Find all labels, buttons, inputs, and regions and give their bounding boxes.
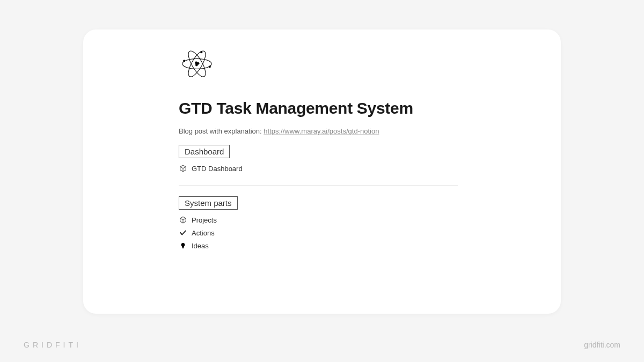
bulb-icon xyxy=(179,241,187,250)
page-link-label: Projects xyxy=(192,216,217,224)
page-content: GTD Task Management System Blog post wit… xyxy=(179,46,458,254)
blog-explanation: Blog post with explanation: https://www.… xyxy=(179,127,458,135)
watermark-url: gridfiti.com xyxy=(584,341,620,349)
page-title: GTD Task Management System xyxy=(179,99,458,117)
blog-label: Blog post with explanation: xyxy=(179,127,264,135)
svg-rect-9 xyxy=(182,247,184,248)
svg-point-5 xyxy=(195,64,198,67)
divider xyxy=(179,185,458,186)
svg-rect-10 xyxy=(182,248,184,249)
page-link-projects[interactable]: Projects xyxy=(179,215,458,225)
svg-point-7 xyxy=(209,65,211,68)
svg-point-6 xyxy=(183,60,185,62)
cube-icon xyxy=(179,164,187,173)
watermark-brand: GRIDFITI xyxy=(24,341,82,349)
page-link-ideas[interactable]: Ideas xyxy=(179,241,458,250)
blog-link[interactable]: https://www.maray.ai/posts/gtd-notion xyxy=(264,127,379,135)
section-header-dashboard: Dashboard xyxy=(179,145,230,158)
page-link-label: Actions xyxy=(192,229,215,237)
page-link-actions[interactable]: Actions xyxy=(179,228,458,238)
section-header-system-parts: System parts xyxy=(179,196,238,210)
page-card: GTD Task Management System Blog post wit… xyxy=(83,29,561,314)
page-link-gtd-dashboard[interactable]: GTD Dashboard xyxy=(179,164,458,173)
check-icon xyxy=(179,228,187,237)
atom-icon xyxy=(179,46,215,82)
svg-point-8 xyxy=(200,51,202,53)
page-link-label: GTD Dashboard xyxy=(192,165,243,173)
page-link-label: Ideas xyxy=(192,242,209,250)
cube-icon xyxy=(179,216,187,224)
